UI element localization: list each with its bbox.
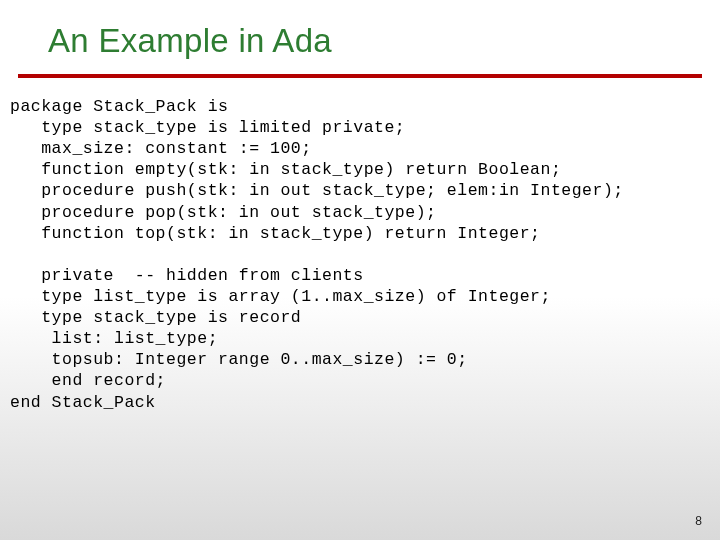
code-line: list: list_type; <box>10 329 218 348</box>
code-line: type stack_type is record <box>10 308 301 327</box>
code-block: package Stack_Pack is type stack_type is… <box>10 96 710 413</box>
code-line: package Stack_Pack is <box>10 97 228 116</box>
code-line: private -- hidden from clients <box>10 266 364 285</box>
code-line: end record; <box>10 371 166 390</box>
code-line: max_size: constant := 100; <box>10 139 312 158</box>
title-underline <box>18 74 702 78</box>
code-line: end Stack_Pack <box>10 393 156 412</box>
code-line: function empty(stk: in stack_type) retur… <box>10 160 561 179</box>
slide: An Example in Ada package Stack_Pack is … <box>0 0 720 540</box>
code-line: procedure pop(stk: in out stack_type); <box>10 203 436 222</box>
slide-title: An Example in Ada <box>48 22 332 60</box>
code-line: procedure push(stk: in out stack_type; e… <box>10 181 624 200</box>
code-line: type stack_type is limited private; <box>10 118 405 137</box>
code-line: function top(stk: in stack_type) return … <box>10 224 540 243</box>
code-line: topsub: Integer range 0..max_size) := 0; <box>10 350 468 369</box>
page-number: 8 <box>695 514 702 528</box>
code-line: type list_type is array (1..max_size) of… <box>10 287 551 306</box>
